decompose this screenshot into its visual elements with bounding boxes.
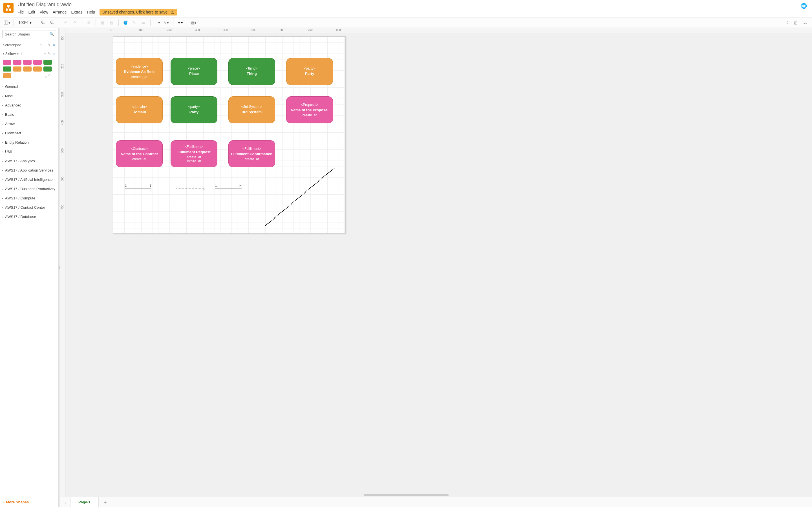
- palette-shape[interactable]: [23, 60, 32, 65]
- horizontal-scrollbar[interactable]: [364, 494, 449, 496]
- category-item[interactable]: General: [0, 82, 58, 91]
- toolbar: ▾ 100% ▾ ↶ ↷ 🗑 ▦ ▧ 🪣 ✎ ▭ →▾ ↳▾ ＋▾ ▦▾ ⛶ ◫…: [0, 17, 812, 28]
- add-icon[interactable]: +: [44, 43, 46, 47]
- undo-button[interactable]: ↶: [62, 18, 70, 26]
- shape-palette: [0, 58, 58, 82]
- zoom-select[interactable]: 100% ▾: [17, 20, 33, 25]
- logo-icon: [5, 4, 12, 11]
- category-item[interactable]: AWS17 / Business Productivity: [0, 184, 58, 193]
- help-icon[interactable]: ?: [40, 43, 42, 47]
- category-item[interactable]: Arrows: [0, 119, 58, 128]
- app-logo[interactable]: [3, 3, 13, 13]
- svg-rect-3: [4, 21, 8, 24]
- menu-view[interactable]: View: [40, 10, 48, 14]
- svg-rect-0: [7, 5, 10, 7]
- diagram-connector[interactable]: ▷: [176, 188, 203, 188]
- menu-arrange[interactable]: Arrange: [53, 10, 67, 14]
- palette-shape[interactable]: [33, 66, 42, 71]
- canvas[interactable]: <evidence>Evidence As Rolecreated_at<pla…: [65, 33, 812, 497]
- menu-file[interactable]: File: [17, 10, 24, 14]
- diagram-node[interactable]: <3rd System>3rd System: [229, 96, 275, 123]
- diagram-node[interactable]: <thing>Thing: [229, 58, 275, 85]
- diagram-dotted-line[interactable]: [265, 168, 335, 226]
- edit-icon[interactable]: ✎: [48, 43, 51, 47]
- add-icon[interactable]: +: [44, 52, 46, 56]
- more-shapes-button[interactable]: + More Shapes...: [0, 497, 58, 507]
- palette-shape[interactable]: [33, 60, 42, 65]
- palette-connector[interactable]: [23, 73, 32, 78]
- close-icon[interactable]: ✕: [52, 52, 56, 56]
- connection-button[interactable]: →▾: [153, 18, 161, 26]
- category-item[interactable]: Entity Relation: [0, 138, 58, 147]
- category-item[interactable]: Flowchart: [0, 128, 58, 138]
- palette-shape[interactable]: [3, 73, 11, 78]
- sidebar: 🔍 Scratchpad ?+✎✕ ▾8xflow.xml +✎✕: [0, 28, 59, 507]
- diagram-node[interactable]: <Contract>Name of the Contractcreate_at: [116, 140, 163, 167]
- document-title[interactable]: Untitled Diagram.drawio: [17, 2, 801, 8]
- category-item[interactable]: Misc: [0, 91, 58, 101]
- page-tab[interactable]: Page-1: [70, 497, 99, 507]
- waypoint-button[interactable]: ↳▾: [162, 18, 170, 26]
- palette-connector[interactable]: [13, 73, 21, 78]
- save-banner[interactable]: Unsaved changes. Click here to save.: [100, 9, 177, 15]
- category-item[interactable]: AWS17 / Contact Center: [0, 203, 58, 212]
- category-item[interactable]: AWS17 / Analytics: [0, 156, 58, 166]
- category-item[interactable]: AWS17 / Application Services: [0, 166, 58, 175]
- palette-shape[interactable]: [43, 66, 52, 71]
- category-item[interactable]: UML: [0, 147, 58, 156]
- category-item[interactable]: Basic: [0, 110, 58, 119]
- palette-connector[interactable]: [33, 73, 42, 78]
- search-icon[interactable]: 🔍: [49, 32, 54, 36]
- menu-help[interactable]: Help: [87, 10, 95, 14]
- library-label: 8xflow.xml: [5, 52, 22, 56]
- library-header[interactable]: ▾8xflow.xml +✎✕: [0, 49, 58, 58]
- to-back-button[interactable]: ▧: [108, 18, 116, 26]
- line-color-button[interactable]: ✎: [131, 18, 139, 26]
- diagram-node[interactable]: <Proposal>Name of the Proposalcreate_at: [286, 96, 333, 123]
- diagram-node[interactable]: <place>Place: [170, 58, 217, 85]
- insert-button[interactable]: ＋▾: [176, 18, 184, 26]
- menu-extras[interactable]: Extras: [71, 10, 83, 14]
- table-button[interactable]: ▦▾: [190, 18, 198, 26]
- pages-menu-button[interactable]: ⋮: [60, 497, 70, 507]
- collapse-button[interactable]: ︽: [801, 18, 809, 26]
- close-icon[interactable]: ✕: [52, 43, 56, 47]
- palette-shape[interactable]: [13, 60, 21, 65]
- delete-button[interactable]: 🗑: [85, 18, 93, 26]
- menu-edit[interactable]: Edit: [29, 10, 35, 14]
- redo-button[interactable]: ↷: [71, 18, 79, 26]
- sidebar-toggle-button[interactable]: ▾: [3, 18, 11, 26]
- diagram-node[interactable]: <party>Party: [170, 96, 217, 123]
- palette-shape[interactable]: [3, 60, 11, 65]
- category-item[interactable]: AWS17 / Artificial Intelligence: [0, 175, 58, 184]
- diagram-node[interactable]: <domain>Domain: [116, 96, 163, 123]
- palette-shape[interactable]: [3, 66, 11, 71]
- zoom-in-button[interactable]: [39, 18, 47, 26]
- fullscreen-button[interactable]: ⛶: [782, 18, 790, 26]
- search-input[interactable]: [2, 30, 56, 38]
- language-icon[interactable]: 🌐: [801, 2, 809, 9]
- zoom-out-button[interactable]: [48, 18, 56, 26]
- palette-shape[interactable]: [23, 66, 32, 71]
- diagram-node[interactable]: <Fulfilment>Fulfilment Requestcreate_ate…: [170, 140, 217, 167]
- category-item[interactable]: Advanced: [0, 101, 58, 110]
- scratchpad-header[interactable]: Scratchpad ?+✎✕: [0, 41, 58, 49]
- edit-icon[interactable]: ✎: [48, 52, 51, 56]
- shadow-button[interactable]: ▭: [140, 18, 147, 26]
- diagram-node[interactable]: <Fulfilment>Fulfilment Confirmationcreat…: [229, 140, 275, 167]
- palette-connector[interactable]: [43, 73, 52, 78]
- diagram-page[interactable]: <evidence>Evidence As Rolecreated_at<pla…: [113, 36, 346, 233]
- diagram-node[interactable]: <evidence>Evidence As Rolecreated_at: [116, 58, 163, 85]
- category-item[interactable]: AWS17 / Database: [0, 212, 58, 221]
- category-item[interactable]: AWS17 / Compute: [0, 193, 58, 203]
- to-front-button[interactable]: ▦: [99, 18, 107, 26]
- diagram-connector[interactable]: 1N: [215, 188, 242, 188]
- add-page-button[interactable]: ＋: [99, 499, 112, 506]
- palette-shape[interactable]: [13, 66, 21, 71]
- format-panel-button[interactable]: ◫: [792, 18, 800, 26]
- ruler-horizontal: 0100200300400500600700800: [65, 28, 812, 33]
- palette-shape[interactable]: [43, 60, 52, 65]
- fill-color-button[interactable]: 🪣: [121, 18, 130, 26]
- diagram-connector[interactable]: 11: [125, 188, 151, 188]
- diagram-node[interactable]: <party>Party: [286, 58, 333, 85]
